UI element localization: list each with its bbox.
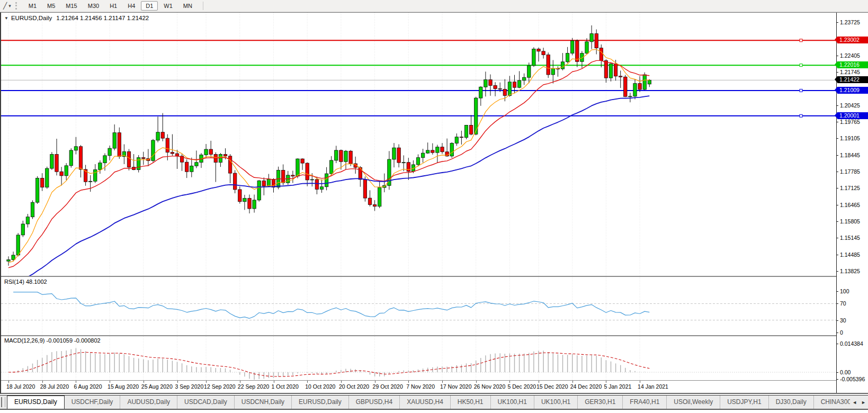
date-label: 18 Jul 2020 xyxy=(6,383,35,390)
price-tick-label: 1.22405 xyxy=(840,52,860,59)
date-label: 12 Sep 2020 xyxy=(204,383,236,390)
chart-symbol-period: EURUSD,Daily xyxy=(11,15,52,21)
timeframe-H1[interactable]: H1 xyxy=(105,1,122,11)
date-label: 25 Aug 2020 xyxy=(141,383,173,390)
tab-eurusd-daily[interactable]: EURUSD,Daily xyxy=(292,396,349,409)
date-tick xyxy=(76,381,76,383)
symbol-tab-bar: EURUSD,DailyUSDCHF,DailyAUDUSD,DailyUSDC… xyxy=(0,395,868,410)
tab-audusd-daily[interactable]: AUDUSD,Daily xyxy=(120,396,177,409)
date-tick xyxy=(408,381,409,383)
toolbar-grip xyxy=(15,2,19,10)
main-chart-panel[interactable] xyxy=(1,13,836,276)
price-tick-label: 1.17125 xyxy=(840,185,860,191)
tab-ger30-h1[interactable]: GER30,H1 xyxy=(578,396,623,409)
metatrader-window: ╱ ▾ M1M5M15M30H1H4D1W1MN ▼EURUSD,Daily1.… xyxy=(0,0,868,413)
date-label: 28 Jul 2020 xyxy=(40,383,69,390)
price-tick xyxy=(836,255,838,255)
date-tick xyxy=(110,381,110,383)
tab-scroll-left-icon[interactable]: ◄ xyxy=(850,400,859,405)
price-tick-label: 1.13825 xyxy=(840,268,860,274)
price-tick-label: 1.15145 xyxy=(840,235,860,241)
price-tick-label: 1.19105 xyxy=(840,135,860,141)
date-label: 6 Aug 2020 xyxy=(74,383,102,390)
timeframe-M30[interactable]: M30 xyxy=(83,1,104,11)
price-tick-label: 1.18445 xyxy=(840,152,860,158)
toolbar-separator xyxy=(203,2,203,10)
price-tick xyxy=(836,22,838,23)
macd-tick-label: 0.014384 xyxy=(840,340,863,347)
timeframe-M1[interactable]: M1 xyxy=(24,1,41,11)
price-line-label: 1.22016 xyxy=(837,61,868,68)
date-tick xyxy=(206,381,207,383)
price-tick xyxy=(836,138,838,139)
date-label: 14 Jan 2021 xyxy=(638,383,668,390)
collapse-icon[interactable]: ▼ xyxy=(4,16,8,21)
macd-tick-label: -0.005396 xyxy=(840,376,865,382)
macd-tick xyxy=(836,372,838,373)
date-label: 26 Nov 2020 xyxy=(474,383,506,390)
date-label: 22 Sep 2020 xyxy=(238,383,270,390)
timeframe-MN[interactable]: MN xyxy=(178,1,197,11)
timeframe-buttons: M1M5M15M30H1H4D1W1MN xyxy=(23,0,198,12)
rsi-tick-label: 0 xyxy=(840,329,843,336)
tab-usoil-weekly[interactable]: USOil,Weekly xyxy=(667,396,720,409)
timeframe-H4[interactable]: H4 xyxy=(123,1,140,11)
timeframe-M5[interactable]: M5 xyxy=(42,1,60,11)
tab-usdcnh-daily[interactable]: USDCNH,Daily xyxy=(235,396,292,409)
price-tick-label: 1.14485 xyxy=(840,252,860,258)
panel-resize-separator[interactable] xyxy=(1,276,836,277)
price-tick xyxy=(836,188,838,188)
tab-uk100-h1[interactable]: UK100,H1 xyxy=(491,396,534,409)
price-line-label: 1.20001 xyxy=(837,112,868,119)
macd-tick xyxy=(836,379,838,380)
tab-uk100-h1[interactable]: UK100,H1 xyxy=(534,396,578,409)
tab-eurusd-daily[interactable]: EURUSD,Daily xyxy=(7,396,65,409)
price-tick xyxy=(836,105,838,106)
trendline-tool-icon[interactable]: ╱ xyxy=(3,2,7,10)
price-tick-label: 1.23725 xyxy=(840,19,860,25)
date-tick xyxy=(8,381,9,383)
tab-usdjpy-h1[interactable]: USDJPY,H1 xyxy=(720,396,768,409)
price-tick xyxy=(836,221,838,222)
macd-tick-label: 0.00 xyxy=(840,369,851,375)
timeframe-D1[interactable]: D1 xyxy=(141,1,158,11)
price-tick-label: 1.15805 xyxy=(840,218,860,225)
tab-china300-h1[interactable]: CHINA300,H1 xyxy=(814,396,851,409)
tab-dj30-daily[interactable]: DJ30,Daily xyxy=(769,396,814,409)
date-label: 10 Oct 2020 xyxy=(305,383,335,390)
timeframe-W1[interactable]: W1 xyxy=(159,1,177,11)
chart-window: ▼EURUSD,Daily1.21264 1.21456 1.21147 1.2… xyxy=(0,12,868,394)
toolbar-dropdown-icon[interactable]: ▾ xyxy=(8,3,11,8)
date-label: 20 Oct 2020 xyxy=(339,383,369,390)
tab-xauusd-h4[interactable]: XAUUSD,H4 xyxy=(400,396,451,409)
price-tick-label: 1.19765 xyxy=(840,119,860,125)
rsi-tick xyxy=(836,291,838,292)
price-tick xyxy=(836,155,838,156)
price-line-label: 1.23002 xyxy=(837,37,868,43)
tab-usdchf-daily[interactable]: USDCHF,Daily xyxy=(65,396,121,409)
price-tick xyxy=(836,56,838,56)
tabs: EURUSD,DailyUSDCHF,DailyAUDUSD,DailyUSDC… xyxy=(7,396,850,409)
price-tick xyxy=(836,172,838,172)
tab-fra40-h1[interactable]: FRA40,H1 xyxy=(623,396,667,409)
date-label: 7 Nov 2020 xyxy=(406,383,435,390)
current-price-label: 1.21422 xyxy=(837,76,868,83)
price-tick xyxy=(836,72,838,73)
tab-scroll-right-icon[interactable]: ► xyxy=(859,400,868,405)
date-tick xyxy=(341,381,342,383)
chart-ohlc-readout: 1.21264 1.21456 1.21147 1.21422 xyxy=(56,15,149,21)
panel-resize-separator[interactable] xyxy=(1,335,836,336)
rsi-panel[interactable] xyxy=(1,277,836,335)
date-tick xyxy=(375,381,375,383)
tab-splitter[interactable] xyxy=(1,397,5,407)
macd-panel[interactable] xyxy=(1,336,836,380)
rsi-tick-label: 100 xyxy=(840,288,849,294)
timeframe-M15[interactable]: M15 xyxy=(61,1,82,11)
date-label: 3 Sep 2020 xyxy=(175,383,204,390)
date-label: 17 Nov 2020 xyxy=(440,383,472,390)
tab-gbpusd-h4[interactable]: GBPUSD,H4 xyxy=(349,396,400,409)
tab-usdcad-daily[interactable]: USDCAD,Daily xyxy=(177,396,235,409)
date-tick xyxy=(606,381,606,383)
date-tick xyxy=(42,381,43,383)
tab-hk50-h1[interactable]: HK50,H1 xyxy=(451,396,491,409)
